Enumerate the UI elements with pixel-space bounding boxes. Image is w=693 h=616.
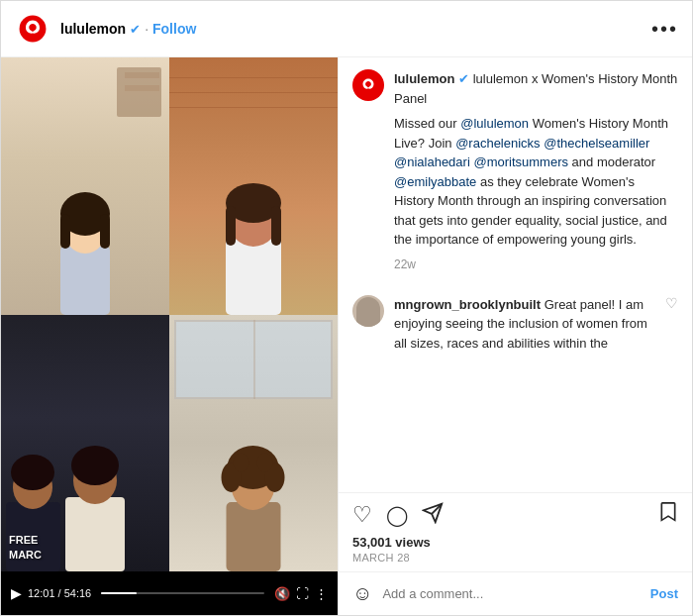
svg-rect-5 <box>100 214 110 249</box>
comment-like-icon[interactable]: ♡ <box>665 295 678 311</box>
more-options-button[interactable]: ••• <box>651 18 678 41</box>
post-author-row: lululemon ✔ lululemon x Women's History … <box>352 69 678 283</box>
action-icons-row: ♡ ◯ <box>352 501 678 529</box>
commenter-avatar[interactable] <box>352 295 384 327</box>
comment-row: mngrown_brooklynbuilt Great panel! I am … <box>352 295 678 354</box>
more-button[interactable]: ⋮ <box>315 586 328 601</box>
mention-5: @moritsummers <box>473 154 568 169</box>
svg-rect-4 <box>60 214 70 249</box>
svg-point-16 <box>71 446 119 485</box>
svg-rect-1 <box>60 246 110 315</box>
header-username[interactable]: lululemon <box>60 21 126 37</box>
like-button[interactable]: ♡ <box>352 502 372 528</box>
volume-button[interactable]: 🔇 <box>274 586 290 601</box>
svg-point-0 <box>20 16 47 43</box>
video-grid: FREE MARC <box>1 57 338 571</box>
svg-point-23 <box>257 453 273 472</box>
views-count: 53,001 views <box>352 535 678 550</box>
svg-point-22 <box>234 453 249 472</box>
post-caption: lululemon ✔ lululemon x Women's History … <box>394 69 678 283</box>
mention-2: @rachelenicks <box>455 136 540 151</box>
svg-rect-14 <box>65 497 125 571</box>
video-cell-4 <box>169 315 338 572</box>
verified-icon: ✔ <box>130 22 141 37</box>
comment-text: mngrown_brooklynbuilt Great panel! I am … <box>394 295 655 354</box>
mention-3: @thechelseamiller <box>544 136 649 151</box>
share-button[interactable] <box>422 502 444 529</box>
svg-rect-9 <box>226 206 236 246</box>
fullscreen-button[interactable]: ⛶ <box>296 586 309 601</box>
comment-input-row: ☺ Post <box>339 571 692 615</box>
post-date: MARCH 28 <box>352 552 678 564</box>
post-comment-button[interactable]: Post <box>650 586 678 601</box>
mention-6: @emilyabbate <box>394 174 476 189</box>
mention-1: @lululemon <box>460 116 529 131</box>
comment-input[interactable] <box>382 586 640 601</box>
comment-button[interactable]: ◯ <box>386 503 408 527</box>
video-cell-1 <box>1 57 169 315</box>
emoji-button[interactable]: ☺ <box>352 582 372 605</box>
follow-button[interactable]: Follow <box>152 21 196 37</box>
post-author-name[interactable]: lululemon <box>394 71 454 86</box>
svg-rect-17 <box>227 502 281 571</box>
video-time: 12:01 / 54:16 <box>28 587 91 599</box>
svg-rect-6 <box>226 236 281 315</box>
video-controls: ▶ 12:01 / 54:16 🔇 ⛶ ⋮ <box>1 571 338 615</box>
svg-point-13 <box>11 455 54 490</box>
dot-separator: · <box>145 21 148 37</box>
commenter-username[interactable]: mngrown_brooklynbuilt <box>394 297 541 312</box>
mention-4: @nialahedari <box>394 154 470 169</box>
video-progress-bar[interactable] <box>101 592 264 594</box>
svg-rect-10 <box>271 206 281 246</box>
actions-bar: ♡ ◯ 53,001 views MARCH 28 <box>339 492 692 571</box>
header-info: lululemon ✔ · Follow <box>60 21 642 37</box>
header-avatar[interactable] <box>15 11 50 47</box>
main-content: FREE MARC <box>1 57 692 615</box>
post-content-area: lululemon ✔ lululemon x Women's History … <box>339 57 692 492</box>
video-progress-fill <box>101 592 137 594</box>
play-button[interactable]: ▶ <box>11 585 22 601</box>
video-panel: FREE MARC <box>1 57 338 615</box>
svg-point-24 <box>357 74 378 95</box>
video-cell-2 <box>169 57 338 315</box>
post-timestamp: 22w <box>394 257 678 271</box>
bookmark-button[interactable] <box>658 501 678 529</box>
post-header: lululemon ✔ · Follow ••• <box>1 1 692 57</box>
verified-post-icon: ✔ <box>458 71 473 86</box>
post-author-avatar[interactable] <box>352 69 384 101</box>
right-panel: lululemon ✔ lululemon x Women's History … <box>338 57 692 615</box>
video-overlay-text: FREE MARC <box>9 533 42 562</box>
video-cell-3: FREE MARC <box>1 315 169 572</box>
